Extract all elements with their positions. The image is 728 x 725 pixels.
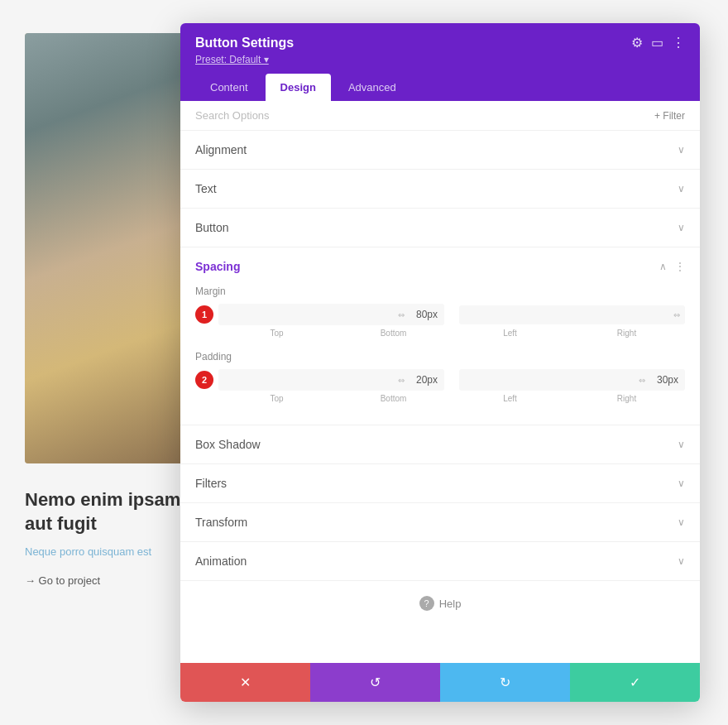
accordion-transform-chevron: ∨ [678, 516, 685, 528]
accordion-transform-title: Transform [195, 516, 247, 529]
accordion-transform: Transform ∨ [180, 503, 700, 542]
margin-step-badge: 1 [195, 305, 213, 324]
button-settings-modal: Button Settings ⚙ ▭ ⋮ Preset: Default ▾ … [180, 23, 700, 702]
accordion-box-shadow-chevron: ∨ [678, 439, 685, 450]
help-text[interactable]: Help [439, 598, 462, 610]
accordion-button-chevron: ∨ [678, 222, 685, 233]
accordion-filters-header[interactable]: Filters ∨ [180, 464, 700, 502]
help-row: ? Help [180, 581, 700, 626]
accordion-alignment-header[interactable]: Alignment ∨ [180, 131, 700, 169]
modal-title-row: Button Settings ⚙ ▭ ⋮ [195, 35, 685, 50]
margin-bottom-label: Bottom [335, 329, 452, 338]
margin-sub-labels: Top Bottom Left Right [195, 329, 685, 338]
padding-bottom-label: Bottom [335, 394, 452, 403]
padding-left-label: Left [452, 394, 568, 403]
margin-right-label: Right [568, 329, 685, 338]
redo-button[interactable]: ↻ [440, 663, 570, 702]
padding-bottom-value: 20px [410, 369, 444, 391]
margin-top-bottom-group: ⇔ 80px [218, 304, 444, 325]
padding-top-input[interactable] [218, 375, 393, 385]
accordion-alignment-title: Alignment [195, 143, 247, 156]
page-link[interactable]: → Go to project [25, 574, 207, 587]
accordion-filters-chevron: ∨ [678, 478, 685, 489]
accordion-animation-header[interactable]: Animation ∨ [180, 542, 700, 580]
accordion-text-title: Text [195, 182, 217, 195]
padding-step-badge: 2 [195, 371, 213, 389]
padding-right-label: Right [568, 394, 685, 403]
spacing-section: Spacing ∧ ⋮ Margin 1 ⇔ 80px [180, 247, 700, 425]
spacing-chevron-up[interactable]: ∧ [659, 261, 667, 272]
page-subtext: Neque porro quisquam est [25, 545, 207, 558]
margin-left-label: Left [452, 329, 568, 338]
margin-top-input[interactable] [218, 310, 393, 319]
more-icon[interactable]: ⋮ [672, 35, 685, 50]
cancel-icon: ✕ [240, 675, 251, 690]
padding-input-row: 2 ⇔ 20px ⇔ 30px [195, 369, 685, 391]
padding-sub-labels: Top Bottom Left Right [195, 394, 685, 403]
padding-link-icon-left[interactable]: ⇔ [393, 371, 410, 390]
margin-label: Margin [195, 286, 685, 297]
accordion-text-header[interactable]: Text ∨ [180, 170, 700, 208]
page-text-area: Nemo enim ipsamaut fugit Neque porro qui… [25, 488, 207, 587]
padding-right-value: 30px [650, 369, 685, 391]
padding-link-icon-right[interactable]: ⇔ [634, 371, 650, 390]
padding-top-bottom-group: ⇔ 20px [218, 369, 444, 391]
modal-title: Button Settings [195, 36, 294, 50]
search-bar: Search Options + Filter [180, 101, 700, 131]
margin-left-right-group: ⇔ [459, 305, 685, 324]
spacing-content: Margin 1 ⇔ 80px ⇔ [180, 286, 700, 425]
tab-design[interactable]: Design [266, 74, 331, 101]
accordion-filters-title: Filters [195, 477, 227, 490]
margin-top-label: Top [218, 329, 335, 338]
modal-tabs: Content Design Advanced [195, 74, 685, 101]
accordion-alignment-chevron: ∨ [678, 144, 685, 156]
spacing-header-icons: ∧ ⋮ [659, 261, 685, 272]
accordion-text: Text ∨ [180, 170, 700, 209]
page-heading: Nemo enim ipsamaut fugit [25, 488, 207, 535]
columns-icon[interactable]: ▭ [651, 35, 663, 50]
filter-button[interactable]: + Filter [654, 110, 685, 122]
accordion-animation-title: Animation [195, 555, 247, 568]
tab-advanced[interactable]: Advanced [333, 74, 411, 101]
padding-left-right-group: ⇔ 30px [459, 369, 685, 391]
undo-button[interactable]: ↺ [310, 663, 440, 702]
modal-header-icons: ⚙ ▭ ⋮ [631, 35, 685, 50]
modal-footer: ✕ ↺ ↻ ✓ [180, 663, 700, 702]
help-icon: ? [419, 596, 434, 611]
photo-area [25, 33, 207, 463]
padding-top-label: Top [218, 394, 335, 403]
padding-label: Padding [195, 351, 685, 362]
margin-link-icon-left[interactable]: ⇔ [393, 305, 410, 324]
margin-left-input[interactable] [459, 310, 668, 319]
margin-link-icon-right[interactable]: ⇔ [668, 305, 685, 324]
modal-preset[interactable]: Preset: Default ▾ [195, 54, 685, 65]
accordion-alignment: Alignment ∨ [180, 131, 700, 170]
margin-input-row: 1 ⇔ 80px ⇔ [195, 304, 685, 325]
accordion-button-title: Button [195, 221, 228, 234]
undo-icon: ↺ [370, 675, 381, 690]
save-icon: ✓ [630, 675, 640, 690]
cancel-button[interactable]: ✕ [180, 663, 310, 702]
tab-content[interactable]: Content [195, 74, 263, 101]
modal-header: Button Settings ⚙ ▭ ⋮ Preset: Default ▾ … [180, 23, 700, 101]
settings-icon[interactable]: ⚙ [631, 35, 643, 50]
modal-body: Search Options + Filter Alignment ∨ Text… [180, 101, 700, 663]
accordion-transform-header[interactable]: Transform ∨ [180, 503, 700, 541]
accordion-filters: Filters ∨ [180, 464, 700, 503]
accordion-text-chevron: ∨ [678, 183, 685, 194]
save-button[interactable]: ✓ [570, 663, 700, 702]
search-input-wrap: Search Options [195, 109, 654, 122]
accordion-animation-chevron: ∨ [678, 555, 685, 567]
spacing-header[interactable]: Spacing ∧ ⋮ [180, 247, 700, 286]
padding-left-input[interactable] [459, 375, 634, 385]
spacing-title: Spacing [195, 260, 240, 273]
accordion-box-shadow-header[interactable]: Box Shadow ∨ [180, 425, 700, 463]
redo-icon: ↻ [500, 675, 510, 690]
spacing-more-icon[interactable]: ⋮ [675, 261, 685, 272]
accordion-box-shadow-title: Box Shadow [195, 438, 261, 451]
accordion-box-shadow: Box Shadow ∨ [180, 425, 700, 464]
accordion-button: Button ∨ [180, 209, 700, 247]
margin-bottom-value: 80px [410, 304, 444, 325]
accordion-button-header[interactable]: Button ∨ [180, 209, 700, 247]
search-placeholder[interactable]: Search Options [195, 109, 270, 122]
